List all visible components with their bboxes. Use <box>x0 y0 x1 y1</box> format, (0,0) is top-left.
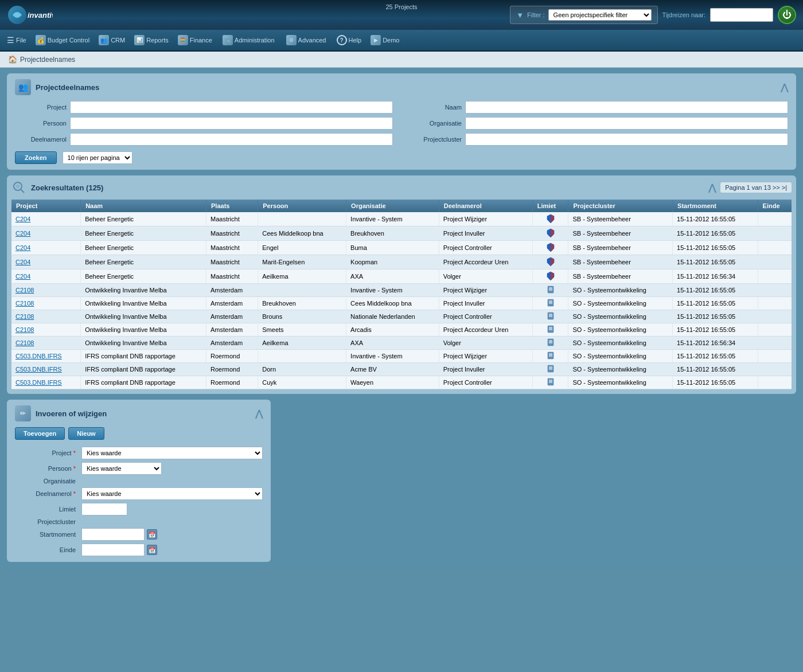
col-projectcluster[interactable]: Projectcluster <box>568 200 673 212</box>
col-limiet[interactable]: Limiet <box>532 200 568 212</box>
filter-select[interactable]: Geen projectspecifiek filter <box>548 9 652 21</box>
form-panel-collapse[interactable]: ⋀ <box>255 408 263 419</box>
power-button[interactable]: ⏻ <box>778 6 796 24</box>
cell-project[interactable]: C204 <box>11 212 81 226</box>
nav-item-administration[interactable]: 🔧 Administration <box>217 32 280 48</box>
cell-naam: Beheer Energetic <box>81 226 206 241</box>
cell-startmoment: 15-11-2012 16:55:05 <box>673 297 758 310</box>
projectcluster-input[interactable] <box>465 133 788 146</box>
col-startmoment[interactable]: Startmoment <box>673 200 758 212</box>
cell-limiet <box>532 241 568 255</box>
results-table: Project Naam Plaats Persoon Organisatie … <box>11 200 792 389</box>
cell-plaats: Amsterdam <box>206 310 258 323</box>
organisatie-field-row: Organisatie <box>410 117 788 130</box>
startmoment-calendar-icon[interactable]: 📅 <box>147 529 157 540</box>
cell-persoon <box>258 284 346 297</box>
nav-item-budget[interactable]: 💰 Budget Control <box>31 32 94 48</box>
cell-einde <box>758 241 792 255</box>
col-einde[interactable]: Einde <box>758 200 792 212</box>
cell-einde <box>758 323 792 337</box>
cell-plaats: Maastricht <box>206 269 258 284</box>
cell-persoon: Brouns <box>258 310 346 323</box>
cell-persoon: Marit-Engelsen <box>258 255 346 269</box>
table-row: C2108 Ontwikkeling Invantive Melba Amste… <box>11 323 792 337</box>
results-panel: Zoekresultaten (125) ⋀ Pagina 1 van 13 >… <box>7 175 796 394</box>
cell-project[interactable]: C2108 <box>11 337 81 350</box>
cell-plaats: Amsterdam <box>206 323 258 337</box>
cell-project[interactable]: C2108 <box>11 323 81 337</box>
naam-input[interactable] <box>465 101 788 114</box>
organisatie-input[interactable] <box>465 117 788 130</box>
cell-plaats: Roermond <box>206 350 258 363</box>
col-deelnamerol[interactable]: Deelnamerol <box>439 200 532 212</box>
deelnamerol-input[interactable] <box>70 133 393 146</box>
rows-per-page-select[interactable]: 10 rijen per pagina 25 rijen per pagina … <box>63 151 132 164</box>
nav-item-demo[interactable]: ▶ Demo <box>366 32 404 48</box>
col-naam[interactable]: Naam <box>81 200 206 212</box>
cell-project[interactable]: C503.DNB.IFRS <box>11 376 81 389</box>
cell-project[interactable]: C503.DNB.IFRS <box>11 363 81 376</box>
einde-calendar-icon[interactable]: 📅 <box>147 545 157 555</box>
cell-deelnamerol: Project Wijziger <box>439 350 532 363</box>
cell-naam: IFRS compliant DNB rapportage <box>81 350 206 363</box>
search-panel-collapse[interactable]: ⋀ <box>781 82 788 93</box>
nav-item-finance[interactable]: 🧮 Finance <box>173 32 217 48</box>
cell-organisatie: AXA <box>346 269 439 284</box>
cell-einde <box>758 226 792 241</box>
svg-rect-9 <box>548 299 553 306</box>
cell-einde <box>758 297 792 310</box>
table-row: C204 Beheer Energetic Maastricht Aeilkem… <box>11 269 792 284</box>
cell-projectcluster: SO - Systeemontwikkeling <box>568 297 673 310</box>
cell-project[interactable]: C503.DNB.IFRS <box>11 350 81 363</box>
logo[interactable]: invantive <box>7 5 53 25</box>
cell-project[interactable]: C2108 <box>11 284 81 297</box>
naam-field-row: Naam <box>410 101 788 114</box>
form-project-select[interactable]: Kies waarde <box>81 447 263 459</box>
cell-projectcluster: SO - Systeemontwikkeling <box>568 323 673 337</box>
cell-project[interactable]: C204 <box>11 255 81 269</box>
form-limiet-label: Limiet <box>15 506 78 513</box>
table-row: C2108 Ontwikkeling Invantive Melba Amste… <box>11 310 792 323</box>
tijdreizen-input[interactable] <box>710 8 773 22</box>
results-collapse[interactable]: ⋀ <box>708 182 716 193</box>
cell-persoon: Smeets <box>258 323 346 337</box>
form-startmoment-input[interactable] <box>81 528 145 541</box>
form-deelnamerol-select[interactable]: Kies waarde <box>81 487 263 500</box>
col-project[interactable]: Project <box>11 200 81 212</box>
nav-item-advanced[interactable]: ⚙ Advanced <box>280 32 332 48</box>
cell-project[interactable]: C204 <box>11 226 81 241</box>
nieuw-button[interactable]: Nieuw <box>68 427 104 440</box>
nav-item-reports[interactable]: 📊 Reports <box>130 32 173 48</box>
cell-limiet <box>532 226 568 241</box>
form-limiet-input[interactable] <box>81 503 127 515</box>
form-persoon-select[interactable]: Kies waarde <box>81 462 162 475</box>
svg-point-4 <box>16 185 20 188</box>
nav-item-crm[interactable]: 👥 CRM <box>94 32 130 48</box>
cell-persoon: Cuyk <box>258 376 346 389</box>
nav-item-help[interactable]: ? Help <box>332 32 367 48</box>
cell-project[interactable]: C204 <box>11 241 81 255</box>
cell-projectcluster: SO - Systeemontwikkeling <box>568 310 673 323</box>
cell-project[interactable]: C2108 <box>11 297 81 310</box>
col-plaats[interactable]: Plaats <box>206 200 258 212</box>
search-button[interactable]: Zoeken <box>15 151 57 164</box>
cell-naam: Ontwikkeling Invantive Melba <box>81 310 206 323</box>
cell-project[interactable]: C2108 <box>11 310 81 323</box>
svg-rect-17 <box>548 326 553 333</box>
cell-einde <box>758 269 792 284</box>
cell-plaats: Amsterdam <box>206 337 258 350</box>
form-einde-input[interactable] <box>81 544 145 556</box>
cell-startmoment: 15-11-2012 16:56:34 <box>673 337 758 350</box>
toevoegen-button[interactable]: Toevoegen <box>15 427 65 440</box>
cell-startmoment: 15-11-2012 16:55:05 <box>673 323 758 337</box>
form-panel-actions: Toevoegen Nieuw <box>15 427 263 440</box>
project-input[interactable] <box>70 101 393 114</box>
cell-organisatie: Invantive - System <box>346 284 439 297</box>
cell-project[interactable]: C204 <box>11 269 81 284</box>
cell-limiet <box>532 297 568 310</box>
col-persoon[interactable]: Persoon <box>258 200 346 212</box>
nav-item-file[interactable]: ☰ File <box>2 33 31 48</box>
col-organisatie[interactable]: Organisatie <box>346 200 439 212</box>
persoon-input[interactable] <box>70 117 393 130</box>
cell-organisatie: Waeyen <box>346 376 439 389</box>
